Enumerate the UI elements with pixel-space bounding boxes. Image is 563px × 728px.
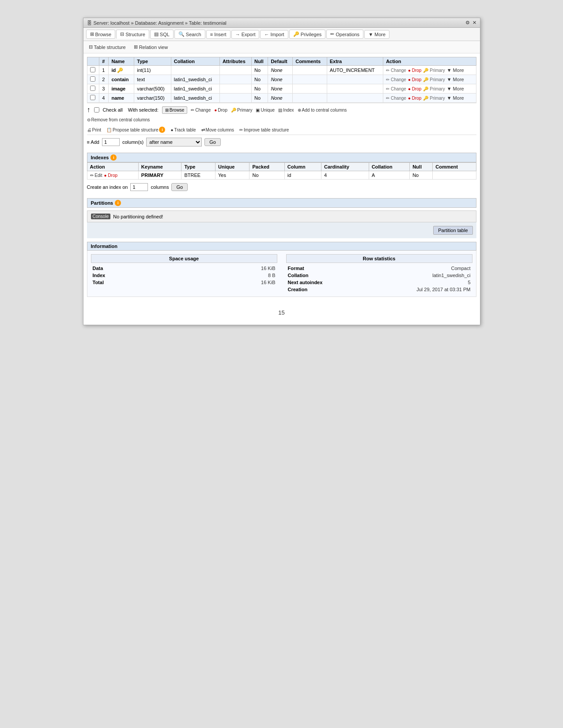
row-name: name <box>109 94 134 103</box>
more-link[interactable]: ▼ More <box>447 86 464 91</box>
row-default: None <box>268 66 293 75</box>
row-comments <box>293 84 327 94</box>
drop-link[interactable]: ● Drop <box>408 96 422 101</box>
more-link[interactable]: ▼ More <box>447 68 464 73</box>
table-row: 1 id 🔑 int(11) No None AUTO_INCREMENT ✏ … <box>87 66 476 75</box>
change-link[interactable]: ✏ Change <box>386 96 406 101</box>
tab-search[interactable]: 🔍 Search <box>174 30 205 39</box>
check-all-checkbox[interactable] <box>94 107 99 113</box>
more-link[interactable]: ▼ More <box>447 95 464 101</box>
unique-btn[interactable]: ▣ Unique <box>256 108 275 113</box>
relation-view-icon: ⊞ <box>134 44 138 50</box>
browse-selected-btn[interactable]: ⊞ Browse <box>162 106 187 114</box>
create-index-input[interactable] <box>130 183 148 191</box>
col-num: # <box>99 57 109 66</box>
idx-collation: A <box>369 171 410 180</box>
col-extra: Extra <box>327 57 383 66</box>
partitions-info-badge: i <box>115 200 121 206</box>
row-extra <box>327 84 383 94</box>
tab-insert[interactable]: ≡ Insert <box>206 30 230 39</box>
add-columns-go-btn[interactable]: Go <box>204 138 221 146</box>
idx-col-column: Column <box>284 163 321 171</box>
primary-link[interactable]: 🔑 Primary <box>423 96 445 101</box>
drop-selected-btn[interactable]: ● Drop <box>214 108 227 113</box>
info-grid: Space usage Data 16 KiB Index 8 B Total … <box>91 254 472 293</box>
idx-col-packed: Packed <box>249 163 284 171</box>
row-checkbox[interactable] <box>90 86 95 91</box>
drop-link[interactable]: ● Drop <box>408 68 422 73</box>
print-link[interactable]: 🖨 Print <box>87 128 102 132</box>
primary-link[interactable]: 🔑 Primary <box>423 77 445 82</box>
table-structure-icon: ⊟ <box>89 44 93 50</box>
col-checkbox <box>87 57 99 66</box>
settings-icon[interactable]: ⚙ <box>465 20 470 26</box>
remove-central-link[interactable]: ⊖ Remove from central columns <box>87 117 476 122</box>
tab-privileges[interactable]: 🔑 Privileges <box>289 30 326 39</box>
change-link[interactable]: ✏ Change <box>386 68 406 73</box>
add-central-btn[interactable]: ⊕ Add to central columns <box>298 108 347 113</box>
primary-btn[interactable]: 🔑 Primary <box>231 108 252 113</box>
change-link[interactable]: ✏ Change <box>386 77 406 82</box>
row-extra <box>327 94 383 103</box>
idx-comment <box>433 171 476 180</box>
drop-index-link[interactable]: ● Drop <box>104 173 118 178</box>
print-icon: 🖨 <box>87 128 91 132</box>
add-columns-input[interactable] <box>102 138 120 146</box>
row-num: 2 <box>99 75 109 84</box>
partitions-section: Partitions i Console No partitioning def… <box>87 198 476 238</box>
row-checkbox[interactable] <box>90 67 95 72</box>
propose-table-link[interactable]: 📋 Propose table structure i <box>106 127 165 133</box>
row-type: text <box>134 75 171 84</box>
tab-import[interactable]: ← Import <box>260 30 288 39</box>
information-header[interactable]: Information <box>87 242 476 251</box>
stat-format-row: Format Compact <box>286 265 472 272</box>
sub-nav-relation-view[interactable]: ⊞ Relation view <box>132 43 170 51</box>
change-selected-btn[interactable]: ✏ Change <box>191 108 211 113</box>
col-action: Action <box>383 57 476 66</box>
idx-column: id <box>284 171 321 180</box>
sub-nav-table-structure[interactable]: ⊟ Table structure <box>87 43 128 51</box>
create-index-label: Create an index on <box>87 184 128 190</box>
tab-export[interactable]: → Export <box>231 30 260 39</box>
no-partition-text: No partitioning defined! <box>113 214 163 219</box>
row-checkbox[interactable] <box>90 95 95 100</box>
tab-more[interactable]: ▼ More <box>364 30 389 39</box>
move-columns-link[interactable]: ⇄ Move columns <box>201 128 234 132</box>
with-selected-label: With selected: <box>128 107 159 113</box>
row-null: No <box>251 66 268 75</box>
track-table-link[interactable]: ● Track table <box>170 128 196 132</box>
nav-tabs: ⊞ Browse ⊟ Structure ▤ SQL 🔍 Search ≡ In… <box>83 28 480 41</box>
close-icon[interactable]: ✕ <box>472 20 476 26</box>
indexes-section-header[interactable]: Indexes i <box>87 153 476 162</box>
row-attributes <box>219 66 251 75</box>
row-action: ✏ Change ● Drop 🔑 Primary ▼ More <box>383 75 476 84</box>
drop-link[interactable]: ● Drop <box>408 77 422 82</box>
improve-table-link[interactable]: ✏ Improve table structure <box>239 128 289 132</box>
check-all-label: Check all <box>103 107 123 113</box>
idx-col-unique: Unique <box>215 163 249 171</box>
primary-link[interactable]: 🔑 Primary <box>423 86 445 91</box>
tab-browse[interactable]: ⊞ Browse <box>86 30 116 39</box>
edit-index-link[interactable]: ✏ Edit <box>90 173 102 178</box>
index-btn[interactable]: ▤ Index <box>278 108 294 113</box>
more-link[interactable]: ▼ More <box>447 77 464 82</box>
create-index-go-btn[interactable]: Go <box>171 183 188 191</box>
change-link[interactable]: ✏ Change <box>386 86 406 91</box>
stat-collation-row: Collation latin1_swedish_ci <box>286 272 472 279</box>
row-type: int(11) <box>134 66 171 75</box>
idx-unique: Yes <box>215 171 249 180</box>
tab-operations[interactable]: ✏ Operations <box>326 30 363 39</box>
primary-link[interactable]: 🔑 Primary <box>423 68 445 73</box>
partition-table-btn[interactable]: Partition table <box>433 226 472 235</box>
after-column-select[interactable]: after name at end of table at beginning … <box>146 138 202 146</box>
drop-link[interactable]: ● Drop <box>408 86 422 91</box>
tab-structure[interactable]: ⊟ Structure <box>116 30 149 39</box>
sub-nav: ⊟ Table structure ⊞ Relation view <box>83 41 480 53</box>
tab-sql[interactable]: ▤ SQL <box>150 30 174 39</box>
remove-central-icon: ⊖ <box>87 117 91 122</box>
row-checkbox[interactable] <box>90 76 95 82</box>
create-index-row: Create an index on columns Go <box>87 180 476 195</box>
partitions-header[interactable]: Partitions i <box>87 198 476 208</box>
information-content: Space usage Data 16 KiB Index 8 B Total … <box>87 251 476 297</box>
arrow-up-icon[interactable]: ↑ <box>87 106 91 114</box>
